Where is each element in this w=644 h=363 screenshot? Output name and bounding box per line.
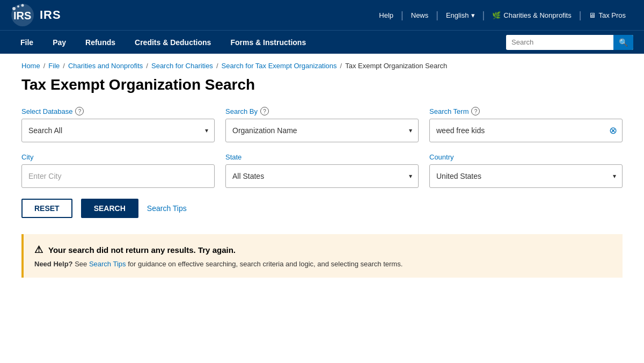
nav-search-box: 🔍 [506, 35, 633, 50]
state-wrapper: All States Alabama Alaska Arizona Arkans… [225, 164, 419, 188]
state-group: State All States Alabama Alaska Arizona … [225, 153, 419, 188]
select-database-dropdown[interactable]: Search All Auto-Revocation List Pub 78 D… [21, 119, 215, 142]
nav-search-input[interactable] [506, 35, 613, 49]
irs-logo: IRS IRS [11, 3, 61, 27]
news-link[interactable]: News [404, 11, 436, 19]
select-database-wrapper: Search All Auto-Revocation List Pub 78 D… [21, 119, 215, 142]
breadcrumb-file[interactable]: File [48, 62, 60, 70]
nav-pay[interactable]: Pay [43, 32, 76, 53]
search-term-input[interactable] [429, 119, 623, 142]
country-dropdown[interactable]: United States Canada United Kingdom Aust… [429, 164, 623, 188]
breadcrumb-current: Tax Exempt Organization Search [345, 62, 447, 70]
svg-point-3 [17, 5, 19, 8]
state-label: State [225, 153, 419, 161]
nav-file[interactable]: File [11, 32, 43, 53]
warning-icon: ⚠ [34, 244, 43, 256]
city-label: City [21, 153, 215, 161]
breadcrumb-charities-nonprofits[interactable]: Charities and Nonprofits [68, 62, 143, 70]
country-label: Country [429, 153, 623, 161]
nav-credits[interactable]: Credits & Deductions [125, 32, 221, 53]
main-content: Home / File / Charities and Nonprofits /… [11, 54, 633, 286]
charities-link[interactable]: 🌿 Charities & Nonprofits [485, 11, 579, 19]
svg-text:IRS: IRS [13, 10, 31, 21]
search-by-dropdown[interactable]: Organization Name EIN State Country Dedu… [225, 119, 419, 142]
search-by-group: Search By ? Organization Name EIN State … [225, 107, 419, 142]
search-by-help-icon[interactable]: ? [260, 107, 269, 115]
irs-logo-icon: IRS [11, 3, 34, 27]
button-row: RESET SEARCH Search Tips [21, 199, 623, 218]
nav-menu: File Pay Refunds Credits & Deductions Fo… [11, 32, 506, 53]
search-by-label: Search By ? [225, 107, 419, 115]
nav-forms[interactable]: Forms & Instructions [221, 32, 316, 53]
alert-title: ⚠ Your search did not return any results… [34, 244, 612, 256]
irs-logo-text: IRS [40, 8, 61, 22]
top-nav-links: Help | News | English ▾ | 🌿 Charities & … [371, 10, 633, 21]
search-term-help-icon[interactable]: ? [471, 107, 480, 115]
breadcrumb-search-charities[interactable]: Search for Charities [151, 62, 213, 70]
tax-pros-link[interactable]: 🖥 Tax Pros [581, 11, 633, 19]
alert-box: ⚠ Your search did not return any results… [21, 234, 623, 278]
search-term-group: Search Term ? ⊗ [429, 107, 623, 142]
state-dropdown[interactable]: All States Alabama Alaska Arizona Arkans… [225, 164, 419, 188]
help-link[interactable]: Help [371, 11, 401, 19]
language-selector[interactable]: English ▾ [438, 11, 482, 19]
tax-pros-icon: 🖥 [589, 11, 596, 19]
page-title: Tax Exempt Organization Search [21, 76, 623, 93]
breadcrumb-home[interactable]: Home [21, 62, 40, 70]
form-row-1: Select Database ? Search All Auto-Revoca… [21, 107, 623, 142]
alert-body: Need Help? See Search Tips for guidance … [34, 260, 612, 268]
main-nav: File Pay Refunds Credits & Deductions Fo… [0, 30, 644, 54]
top-bar: IRS IRS Help | News | English ▾ | 🌿 Char… [0, 0, 644, 30]
alert-need-help: Need Help? [34, 260, 73, 268]
city-group: City [21, 153, 215, 188]
alert-search-tips-link[interactable]: Search Tips [89, 260, 126, 268]
city-input[interactable] [21, 164, 215, 188]
breadcrumb: Home / File / Charities and Nonprofits /… [21, 62, 623, 70]
search-term-clear-icon[interactable]: ⊗ [609, 125, 617, 136]
search-button[interactable]: SEARCH [81, 199, 138, 218]
svg-point-2 [12, 7, 16, 10]
form-row-2: City State All States Alabama Alaska Ari… [21, 153, 623, 188]
charities-icon: 🌿 [492, 11, 501, 19]
select-database-help-icon[interactable]: ? [75, 107, 84, 115]
search-by-wrapper: Organization Name EIN State Country Dedu… [225, 119, 419, 142]
reset-button[interactable]: RESET [21, 199, 72, 218]
nav-search-button[interactable]: 🔍 [613, 35, 633, 50]
select-database-label: Select Database ? [21, 107, 215, 115]
svg-point-4 [21, 4, 24, 7]
select-database-group: Select Database ? Search All Auto-Revoca… [21, 107, 215, 142]
search-tips-link[interactable]: Search Tips [147, 204, 187, 213]
search-term-wrapper: ⊗ [429, 119, 623, 142]
breadcrumb-search-tax-exempt[interactable]: Search for Tax Exempt Organizations [222, 62, 337, 70]
country-wrapper: United States Canada United Kingdom Aust… [429, 164, 623, 188]
search-term-label: Search Term ? [429, 107, 623, 115]
nav-refunds[interactable]: Refunds [76, 32, 125, 53]
country-group: Country United States Canada United King… [429, 153, 623, 188]
